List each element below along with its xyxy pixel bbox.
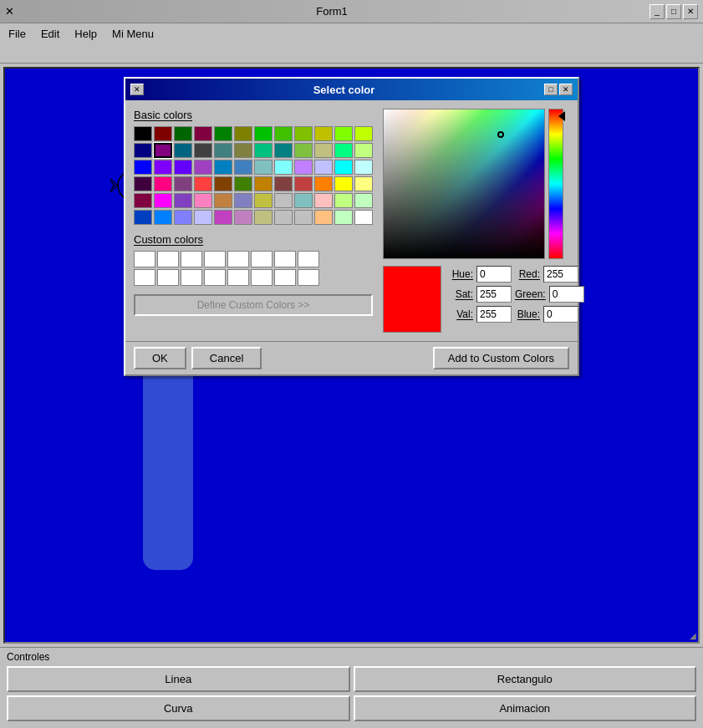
custom-swatch[interactable] bbox=[157, 269, 179, 286]
close-icon-x[interactable]: ✕ bbox=[5, 5, 14, 18]
basic-swatch[interactable] bbox=[194, 126, 212, 141]
hue-slider[interactable] bbox=[548, 109, 563, 259]
dialog-close-button[interactable]: ✕ bbox=[559, 84, 573, 95]
basic-swatch[interactable] bbox=[334, 143, 353, 158]
basic-swatch[interactable] bbox=[174, 126, 192, 141]
basic-swatch[interactable] bbox=[194, 210, 212, 225]
basic-swatch[interactable] bbox=[314, 160, 333, 175]
cancel-button[interactable]: Cancel bbox=[191, 347, 262, 369]
custom-swatch[interactable] bbox=[181, 251, 202, 267]
basic-swatch[interactable] bbox=[354, 160, 373, 175]
sat-input[interactable] bbox=[476, 286, 512, 303]
custom-swatch[interactable] bbox=[204, 251, 226, 267]
basic-swatch[interactable] bbox=[194, 143, 212, 158]
basic-swatch[interactable] bbox=[274, 210, 293, 225]
basic-swatch[interactable] bbox=[274, 126, 293, 141]
basic-swatch[interactable] bbox=[294, 160, 313, 175]
basic-swatch[interactable] bbox=[234, 193, 252, 208]
basic-swatch[interactable] bbox=[214, 160, 232, 175]
basic-swatch[interactable] bbox=[334, 126, 353, 141]
resize-handle[interactable]: ◢ bbox=[690, 631, 696, 640]
basic-swatch[interactable] bbox=[214, 210, 232, 225]
main-canvas[interactable]: 🐟 ✕ Select color □ ✕ Basic colors bbox=[3, 67, 700, 644]
minimize-button[interactable]: _ bbox=[650, 4, 665, 19]
basic-swatch[interactable] bbox=[214, 126, 232, 141]
basic-swatch[interactable] bbox=[234, 160, 252, 175]
basic-swatch[interactable] bbox=[314, 143, 333, 158]
basic-swatch[interactable] bbox=[314, 126, 333, 141]
basic-swatch[interactable] bbox=[154, 210, 172, 225]
basic-swatch[interactable] bbox=[254, 176, 273, 191]
basic-swatch[interactable] bbox=[274, 160, 293, 175]
custom-swatch[interactable] bbox=[251, 269, 273, 286]
rectangulo-button[interactable]: Rectangulo bbox=[354, 666, 697, 692]
menu-help[interactable]: Help bbox=[69, 26, 102, 42]
custom-swatch[interactable] bbox=[204, 269, 226, 286]
dialog-restore-button[interactable]: □ bbox=[544, 84, 558, 95]
basic-swatch[interactable] bbox=[294, 176, 313, 191]
basic-swatch[interactable] bbox=[174, 176, 192, 191]
curva-button[interactable]: Curva bbox=[7, 695, 350, 721]
basic-swatch[interactable] bbox=[194, 160, 212, 175]
basic-swatch[interactable] bbox=[234, 143, 252, 158]
custom-swatch[interactable] bbox=[227, 269, 249, 286]
basic-swatch[interactable] bbox=[314, 176, 333, 191]
basic-swatch[interactable] bbox=[134, 176, 152, 191]
basic-swatch[interactable] bbox=[354, 210, 373, 225]
basic-swatch[interactable] bbox=[254, 143, 273, 158]
custom-swatch[interactable] bbox=[181, 269, 202, 286]
basic-swatch[interactable] bbox=[274, 176, 293, 191]
basic-swatch[interactable] bbox=[214, 143, 232, 158]
blue-input[interactable] bbox=[543, 306, 578, 323]
basic-swatch[interactable] bbox=[294, 143, 313, 158]
basic-swatch[interactable] bbox=[174, 160, 192, 175]
basic-swatch[interactable] bbox=[314, 210, 333, 225]
basic-swatch[interactable] bbox=[174, 193, 192, 208]
basic-swatch[interactable] bbox=[134, 143, 152, 158]
basic-swatch[interactable] bbox=[254, 126, 273, 141]
basic-swatch[interactable] bbox=[254, 210, 273, 225]
basic-swatch[interactable] bbox=[134, 210, 152, 225]
maximize-button[interactable]: □ bbox=[666, 4, 681, 19]
basic-swatch[interactable] bbox=[154, 176, 172, 191]
custom-swatch[interactable] bbox=[134, 269, 155, 286]
custom-swatch[interactable] bbox=[157, 251, 179, 267]
custom-swatch[interactable] bbox=[298, 251, 319, 267]
basic-swatch[interactable] bbox=[154, 193, 172, 208]
val-input[interactable] bbox=[476, 306, 512, 323]
ok-button[interactable]: OK bbox=[134, 347, 186, 369]
basic-swatch[interactable] bbox=[214, 176, 232, 191]
basic-swatch[interactable] bbox=[274, 143, 293, 158]
basic-swatch[interactable] bbox=[194, 176, 212, 191]
basic-swatch[interactable] bbox=[174, 143, 192, 158]
basic-swatch[interactable] bbox=[254, 160, 273, 175]
menu-file[interactable]: File bbox=[3, 26, 31, 42]
basic-swatch[interactable] bbox=[314, 193, 333, 208]
basic-swatch[interactable] bbox=[174, 210, 192, 225]
basic-swatch[interactable] bbox=[354, 143, 373, 158]
basic-swatch[interactable] bbox=[274, 193, 293, 208]
dialog-close-x[interactable]: ✕ bbox=[130, 84, 144, 95]
custom-swatch[interactable] bbox=[134, 251, 155, 267]
basic-swatch[interactable] bbox=[354, 126, 373, 141]
basic-swatch[interactable] bbox=[154, 143, 172, 158]
linea-button[interactable]: Linea bbox=[7, 666, 350, 692]
basic-swatch[interactable] bbox=[234, 126, 252, 141]
basic-swatch[interactable] bbox=[154, 160, 172, 175]
basic-swatch[interactable] bbox=[214, 193, 232, 208]
basic-swatch[interactable] bbox=[294, 193, 313, 208]
custom-swatch[interactable] bbox=[227, 251, 249, 267]
basic-swatch[interactable] bbox=[294, 210, 313, 225]
hue-input[interactable] bbox=[476, 266, 512, 283]
basic-swatch[interactable] bbox=[154, 126, 172, 141]
menu-edit[interactable]: Edit bbox=[36, 26, 64, 42]
custom-swatch[interactable] bbox=[251, 251, 273, 267]
basic-swatch[interactable] bbox=[134, 193, 152, 208]
basic-swatch[interactable] bbox=[334, 193, 353, 208]
custom-swatch[interactable] bbox=[298, 269, 319, 286]
basic-swatch[interactable] bbox=[134, 160, 152, 175]
green-input[interactable] bbox=[549, 286, 584, 303]
define-custom-button[interactable]: Define Custom Colors >> bbox=[134, 294, 373, 316]
basic-swatch[interactable] bbox=[334, 160, 353, 175]
custom-swatch[interactable] bbox=[274, 251, 296, 267]
